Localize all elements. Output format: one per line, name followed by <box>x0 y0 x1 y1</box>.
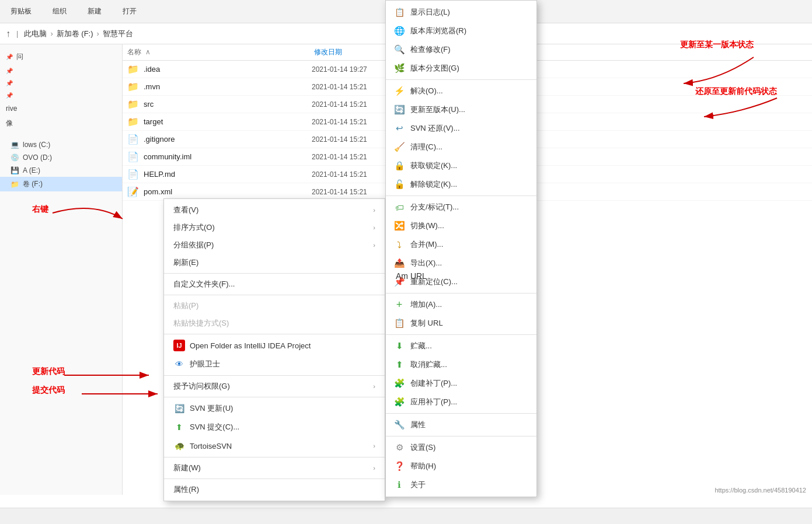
menu-create-patch[interactable]: 🧩 创建补丁(P)... <box>386 374 536 393</box>
file-name-helpmd: HELP.md <box>144 170 307 179</box>
toolbar-organize[interactable]: 组织 <box>48 4 71 19</box>
settings-icon: ⚙ <box>393 441 406 454</box>
breadcrumb-up-arrow[interactable]: ↑ <box>6 29 11 39</box>
toolbar-open[interactable]: 打开 <box>118 4 141 19</box>
sidebar-item-1[interactable]: 📌 <box>0 65 122 77</box>
menu-update-to-ver[interactable]: 🔄 更新至版本(U)... <box>386 100 536 119</box>
sep-r-6 <box>386 436 536 436</box>
folder-icon-target: 📁 <box>127 116 139 128</box>
sidebar-drive-f[interactable]: 📁 卷 (F:) <box>0 177 122 191</box>
breadcrumb-folder[interactable]: 智慧平台 <box>103 29 133 39</box>
menu-branch-tag[interactable]: 🏷 分支/标记(T)... <box>386 198 536 216</box>
folder-icon-src: 📁 <box>127 99 139 110</box>
sidebar-drive-e[interactable]: 💾 A (E:) <box>0 164 122 177</box>
tag-icon: 🏷 <box>393 201 406 214</box>
toolbar-clipboard[interactable]: 剪贴板 <box>6 4 36 19</box>
arrow-right-click <box>47 195 128 230</box>
toolbar-new[interactable]: 新建 <box>83 4 106 19</box>
arrow-commit-code <box>76 382 163 406</box>
sep-r-3 <box>386 293 536 294</box>
menu-copy-url[interactable]: 📋 复制 URL <box>386 314 536 333</box>
menu-group[interactable]: 分组依据(P) › <box>164 236 385 254</box>
menu-view[interactable]: 查看(V) › <box>164 201 385 219</box>
unstash-icon: ⬆ <box>393 358 406 371</box>
menu-paste-shortcut[interactable]: 粘贴快捷方式(S) <box>164 315 385 332</box>
separator-7 <box>164 478 385 479</box>
log-icon: 📋 <box>393 6 406 19</box>
copy-url-icon: 📋 <box>393 317 406 330</box>
menu-help[interactable]: ❓ 帮助(H) <box>386 457 536 476</box>
sidebar-drive-d[interactable]: 💿 OVO (D:) <box>0 151 122 164</box>
sep-r-1 <box>386 79 536 80</box>
separator-5 <box>164 397 385 397</box>
file-name-pomxml: pom.xml <box>144 187 307 196</box>
menu-properties[interactable]: 属性(R) <box>164 481 385 498</box>
drive-f-icon: 📁 <box>11 180 19 188</box>
menu-get-lock[interactable]: 🔒 获取锁定(K)... <box>386 156 536 175</box>
branch-icon: 🌿 <box>393 62 406 75</box>
menu-unstash[interactable]: ⬆ 取消贮藏... <box>386 355 536 374</box>
lock-get-icon: 🔒 <box>393 159 406 172</box>
menu-eyecare[interactable]: 👁 护眼卫士 <box>164 355 385 373</box>
svn-update-icon: 🔄 <box>173 403 185 414</box>
menu-sort[interactable]: 排序方式(O) › <box>164 219 385 236</box>
breadcrumb-computer[interactable]: 此电脑 <box>24 29 47 39</box>
separator-1 <box>164 273 385 274</box>
menu-new-arrow: › <box>373 464 375 471</box>
menu-add[interactable]: + 增加(A)... <box>386 295 536 314</box>
menu-apply-patch[interactable]: 🧩 应用补丁(P)... <box>386 393 536 411</box>
menu-export[interactable]: 📤 导出(X)... <box>386 254 536 273</box>
menu-show-log[interactable]: 📋 显示日志(L) <box>386 3 536 22</box>
menu-svn-commit[interactable]: ⬆ SVN 提交(C)... <box>164 418 385 436</box>
context-menu-right: 📋 显示日志(L) 🌐 版本库浏览器(R) 🔍 检查修改(F) 🌿 版本分支图(… <box>385 0 537 497</box>
pin-icon-3: 📌 <box>6 92 13 99</box>
sidebar-item-rive[interactable]: rive <box>0 102 122 116</box>
menu-about[interactable]: ℹ 关于 <box>386 476 536 494</box>
menu-grant-arrow: › <box>373 383 375 390</box>
sidebar-item-2[interactable]: 📌 <box>0 77 122 89</box>
menu-svn-props[interactable]: 🔧 属性 <box>386 415 536 434</box>
sidebar-item-0[interactable]: 📌 问 <box>0 49 122 65</box>
menu-release-lock[interactable]: 🔓 解除锁定(K)... <box>386 175 536 194</box>
menu-svn-revert[interactable]: ↩ SVN 还原(V)... <box>386 119 536 138</box>
menu-customize[interactable]: 自定义文件夹(F)... <box>164 275 385 293</box>
menu-svn-update[interactable]: 🔄 SVN 更新(U) <box>164 399 385 418</box>
menu-check-modify[interactable]: 🔍 检查修改(F) <box>386 40 536 59</box>
menu-paste[interactable]: 粘贴(P) <box>164 297 385 315</box>
eye-icon: 👁 <box>173 358 185 370</box>
annotation-update-code: 更新代码 <box>32 366 65 377</box>
sidebar-item-3[interactable]: 📌 <box>0 89 122 102</box>
resolve-icon: ⚡ <box>393 85 406 97</box>
sidebar: 📌 问 📌 📌 📌 rive 像 💻 lows (C:) 💿 OVO (D:) … <box>0 44 123 495</box>
breadcrumb-drive[interactable]: 新加卷 (F:) <box>57 29 93 39</box>
menu-refresh[interactable]: 刷新(E) <box>164 254 385 271</box>
menu-branch-graph[interactable]: 🌿 版本分支图(G) <box>386 59 536 78</box>
annotation-update-to-version: 更新至某一版本状态 <box>680 40 754 50</box>
separator-2 <box>164 295 385 295</box>
menu-repo-browser[interactable]: 🌐 版本库浏览器(R) <box>386 22 536 40</box>
svn-props-icon: 🔧 <box>393 418 406 431</box>
separator-4 <box>164 375 385 376</box>
menu-settings[interactable]: ⚙ 设置(S) <box>386 438 536 457</box>
col-name[interactable]: 名称 ∧ <box>123 47 309 57</box>
folder-icon-idea: 📁 <box>127 64 139 75</box>
menu-switch[interactable]: 🔀 切换(W)... <box>386 216 536 235</box>
annotation-commit-code: 提交代码 <box>32 385 65 396</box>
menu-stash[interactable]: ⬇ 贮藏... <box>386 337 536 355</box>
pin-icon-0: 📌 <box>6 54 13 60</box>
update-ver-icon: 🔄 <box>393 103 406 116</box>
menu-resolve[interactable]: ⚡ 解决(O)... <box>386 82 536 100</box>
menu-merge[interactable]: ⤵ 合并(M)... <box>386 235 536 254</box>
menu-new[interactable]: 新建(W) › <box>164 459 385 477</box>
file-name-target: target <box>144 117 307 126</box>
pin-icon-2: 📌 <box>6 80 13 86</box>
sidebar-drive-c[interactable]: 💻 lows (C:) <box>0 138 122 151</box>
sidebar-item-like[interactable]: 像 <box>0 116 122 131</box>
merge-icon: ⤵ <box>393 238 406 251</box>
menu-grant-access[interactable]: 授予访问权限(G) › <box>164 378 385 395</box>
menu-idea[interactable]: IJ Open Folder as IntelliJ IDEA Project <box>164 336 385 355</box>
menu-cleanup[interactable]: 🧹 清理(C)... <box>386 138 536 156</box>
menu-tortoise-arrow: › <box>373 442 375 449</box>
menu-tortoise[interactable]: 🐢 TortoiseSVN › <box>164 436 385 455</box>
patch-apply-icon: 🧩 <box>393 396 406 408</box>
